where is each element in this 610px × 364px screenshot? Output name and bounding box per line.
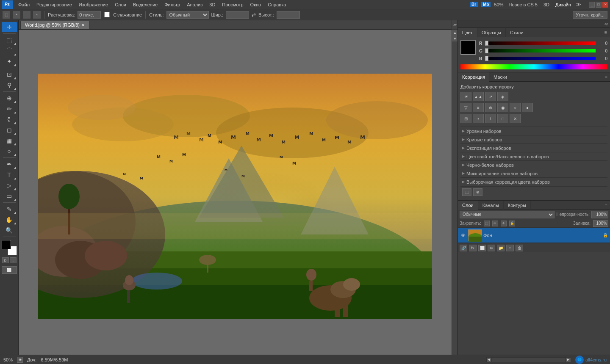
foreground-color[interactable] xyxy=(2,240,11,249)
colorbalance-icon-btn[interactable]: ⊕ xyxy=(485,103,496,112)
tool-options-icon[interactable]: ⬚ xyxy=(3,11,10,19)
lock-all-btn[interactable]: 🔒 xyxy=(509,221,515,226)
menu-view[interactable]: Просмотр xyxy=(219,1,246,8)
menu-filter[interactable]: Фильтр xyxy=(161,1,183,8)
corr-levels[interactable]: ▶ Уровни наборов xyxy=(460,127,607,135)
canvas-scroll-vertical[interactable]: ▲ ▼ xyxy=(452,30,458,355)
path-select-tool[interactable]: ▷ ▾ xyxy=(2,180,17,190)
height-input[interactable] xyxy=(277,11,300,19)
color-tab[interactable]: Цвет xyxy=(458,28,477,37)
scroll-left-btn[interactable]: ◀ xyxy=(487,358,492,362)
menu-layers[interactable]: Слои xyxy=(112,1,129,8)
hand-tool[interactable]: ✋ ▾ xyxy=(2,215,17,225)
photo-filter-icon-btn[interactable]: ○ xyxy=(510,103,521,112)
color-panel-menu[interactable]: ≡ xyxy=(602,28,610,37)
brightness-icon-btn[interactable]: ☀ xyxy=(460,92,471,101)
corr-selective[interactable]: ▶ Выборочная коррекция цвета наборов xyxy=(460,178,607,186)
crop-tool[interactable]: ⊡ ▾ xyxy=(2,69,17,80)
layer-new-btn[interactable]: + xyxy=(506,245,514,251)
threshold-icon-btn[interactable]: / xyxy=(485,114,496,123)
healing-tool[interactable]: ⊕ ▾ xyxy=(2,93,17,103)
refine-edge-button[interactable]: Уточн. край... xyxy=(573,11,607,19)
invert-icon-btn[interactable]: ⊞ xyxy=(460,114,471,123)
correction-tab[interactable]: Коррекция xyxy=(458,72,489,82)
g-slider-thumb[interactable] xyxy=(485,48,488,53)
posterize-icon-btn[interactable]: ▪ xyxy=(473,114,484,123)
blend-mode-dropdown[interactable]: Обычные Умножение Экран xyxy=(460,211,555,218)
r-slider-track[interactable] xyxy=(485,41,596,45)
layer-visibility-icon[interactable]: 👁 xyxy=(460,232,466,239)
lasso-tool[interactable]: ⌒ ▾ xyxy=(2,46,17,56)
corr-exposure[interactable]: ▶ Экспозиция наборов xyxy=(460,144,607,152)
lock-pixels-btn[interactable]: ⬚ xyxy=(484,221,490,226)
move-tool[interactable]: ✛ xyxy=(2,22,17,32)
style-dropdown[interactable]: Обычный Фиксированное соотношение Фиксир… xyxy=(166,11,209,19)
r-slider-thumb[interactable] xyxy=(485,41,488,46)
g-slider-track[interactable] xyxy=(485,49,596,52)
subtract-mode-icon[interactable]: - xyxy=(23,11,30,19)
panel-right-collapse[interactable]: ≪ xyxy=(604,22,608,26)
fill-input[interactable] xyxy=(593,220,608,227)
masks-tab[interactable]: Маски xyxy=(489,72,511,82)
workspace-new-cs5[interactable]: Новое в CS 5 xyxy=(507,2,539,8)
menu-help[interactable]: Справка xyxy=(265,1,289,8)
close-button[interactable]: ✕ xyxy=(602,2,608,8)
note-tool[interactable]: ✎ ▾ xyxy=(2,204,17,214)
menu-analyze[interactable]: Анализ xyxy=(184,1,205,8)
quick-mask-toggle[interactable]: ⬜ xyxy=(2,266,17,274)
zoom-level-btn[interactable]: ◉ xyxy=(17,357,23,363)
menu-window[interactable]: Окно xyxy=(247,1,264,8)
levels-icon-btn[interactable]: ▲▲ xyxy=(473,92,484,101)
pen-tool[interactable]: ✒ ▾ xyxy=(2,159,17,169)
color-wells[interactable] xyxy=(2,240,17,255)
add-mode-icon[interactable]: + xyxy=(13,11,20,19)
spectrum-bar[interactable] xyxy=(460,64,607,69)
bridge-icon[interactable]: Br xyxy=(470,2,478,7)
exposure-icon-btn[interactable]: ◈ xyxy=(497,92,508,101)
lock-move-btn[interactable]: ✏ xyxy=(492,221,498,226)
eyedropper-tool[interactable]: ⚲ ▾ xyxy=(2,80,17,90)
gradient-map-icon-btn[interactable]: □ xyxy=(497,114,508,123)
maximize-button[interactable]: □ xyxy=(596,2,602,8)
corr-channel-mix[interactable]: ▶ Микширование каналов наборов xyxy=(460,169,607,178)
channel-mix-icon-btn[interactable]: ● xyxy=(522,103,533,112)
eraser-tool[interactable]: ◻ ▾ xyxy=(2,125,17,135)
hsl-icon-btn[interactable]: ≡ xyxy=(473,103,484,112)
layers-panel-menu[interactable]: ≡ xyxy=(602,203,610,207)
workspace-3d[interactable]: 3D xyxy=(542,2,551,8)
menu-edit[interactable]: Редактирование xyxy=(33,1,75,8)
brush-tool[interactable]: ✏ ▾ xyxy=(2,104,17,114)
scroll-right-btn[interactable]: ▶ xyxy=(566,358,571,362)
tab-close-btn[interactable]: ✕ xyxy=(81,23,85,28)
canvas-image-area[interactable]: 𝗠 𝗠 𝗠 𝗠 𝗠 𝗠 𝗠 𝗠 𝗠 𝗠 𝗠 𝗠 𝗠 𝗠 𝗠 𝗠 xyxy=(19,30,452,355)
menu-select[interactable]: Выделение xyxy=(130,1,161,8)
swap-colors[interactable]: ↕ xyxy=(10,257,17,263)
intersect-mode-icon[interactable]: × xyxy=(33,11,41,19)
minimize-button[interactable]: _ xyxy=(589,2,595,8)
layer-mask-btn[interactable]: ⬜ xyxy=(478,245,486,251)
menu-image[interactable]: Изображение xyxy=(76,1,111,8)
scroll-down-btn[interactable]: ▼ xyxy=(452,36,458,41)
lock-position-btn[interactable]: ✛ xyxy=(501,221,507,226)
bw-icon-btn[interactable]: ◉ xyxy=(497,103,508,112)
zoom-tool[interactable]: 🔍 xyxy=(2,225,17,235)
layer-delete-btn[interactable]: 🗑 xyxy=(516,245,523,251)
swatches-tab[interactable]: Образцы xyxy=(477,28,506,37)
layer-adjustment-btn[interactable]: ⊕ xyxy=(488,245,495,251)
workspace-design[interactable]: Дизайн xyxy=(554,2,573,8)
rect-select-tool[interactable]: ⬚ ▾ xyxy=(2,35,17,45)
tab-scroll-btn[interactable]: ≫ xyxy=(452,20,458,30)
layer-style-btn[interactable]: fx xyxy=(469,245,477,251)
minibrige-icon[interactable]: Mb xyxy=(481,2,491,7)
magic-wand-tool[interactable]: ✦ ▾ xyxy=(2,56,17,66)
foreground-color-box[interactable] xyxy=(460,40,476,55)
canvas-scroll-horizontal[interactable]: ◀ ▶ xyxy=(486,357,571,362)
corr-hsl[interactable]: ▶ Цветовой тон/Насыщенность наборов xyxy=(460,152,607,161)
scroll-up-btn[interactable]: ▲ xyxy=(452,30,458,36)
curves-icon-btn[interactable]: ↗ xyxy=(485,92,496,101)
layers-tab[interactable]: Слои xyxy=(458,201,478,210)
opacity-input[interactable] xyxy=(591,211,608,218)
styles-tab[interactable]: Стили xyxy=(506,28,528,37)
gradient-tool[interactable]: ▦ ▾ xyxy=(2,135,17,146)
dodge-tool[interactable]: ○ ▾ xyxy=(2,146,17,156)
